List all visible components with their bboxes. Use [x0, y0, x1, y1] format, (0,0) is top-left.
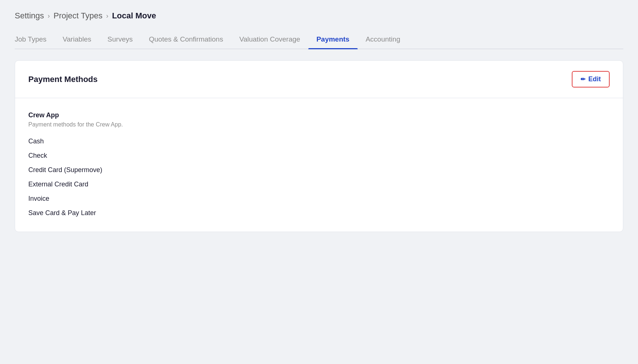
breadcrumb-sep-1: ›: [48, 12, 50, 20]
tab-navigation: Job Types Variables Surveys Quotes & Con…: [15, 31, 623, 49]
list-item: Save Card & Pay Later: [28, 209, 610, 217]
list-item: Credit Card (Supermove): [28, 166, 610, 174]
list-item: Cash: [28, 138, 610, 145]
edit-button[interactable]: ✏ Edit: [572, 71, 610, 88]
tab-payments[interactable]: Payments: [308, 31, 358, 49]
payment-list: Cash Check Credit Card (Supermove) Exter…: [28, 138, 610, 217]
breadcrumb: Settings › Project Types › Local Move: [15, 11, 623, 21]
breadcrumb-project-types[interactable]: Project Types: [54, 11, 103, 21]
card-body: Crew App Payment methods for the Crew Ap…: [15, 98, 623, 232]
page-wrapper: Settings › Project Types › Local Move Jo…: [0, 0, 638, 364]
tab-accounting[interactable]: Accounting: [358, 31, 408, 49]
tab-valuation-coverage[interactable]: Valuation Coverage: [231, 31, 308, 49]
breadcrumb-settings[interactable]: Settings: [15, 11, 44, 21]
pencil-icon: ✏: [581, 76, 585, 83]
list-item: Invoice: [28, 195, 610, 203]
section-subtitle: Payment methods for the Crew App.: [28, 121, 610, 128]
section-title: Crew App: [28, 111, 610, 119]
edit-button-label: Edit: [588, 75, 601, 83]
card-title: Payment Methods: [28, 75, 98, 84]
payment-methods-card: Payment Methods ✏ Edit Crew App Payment …: [15, 60, 623, 232]
list-item: External Credit Card: [28, 181, 610, 188]
breadcrumb-sep-2: ›: [106, 12, 108, 20]
tab-variables[interactable]: Variables: [54, 31, 99, 49]
list-item: Check: [28, 152, 610, 160]
tab-surveys[interactable]: Surveys: [99, 31, 141, 49]
card-header: Payment Methods ✏ Edit: [15, 61, 623, 98]
tab-job-types[interactable]: Job Types: [15, 31, 54, 49]
breadcrumb-current: Local Move: [112, 11, 156, 21]
tab-quotes-confirmations[interactable]: Quotes & Confirmations: [141, 31, 231, 49]
